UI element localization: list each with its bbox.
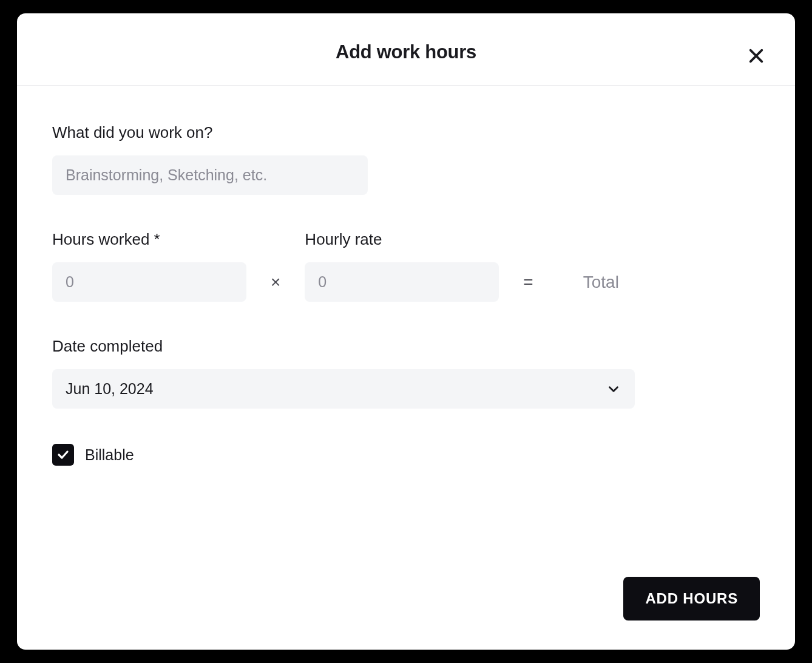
hours-input[interactable]	[52, 262, 246, 302]
multiply-symbol: ×	[246, 273, 305, 292]
close-button[interactable]	[744, 44, 768, 68]
check-icon	[56, 447, 70, 462]
hours-label: Hours worked *	[52, 230, 246, 249]
total-label: Total	[583, 273, 619, 292]
add-hours-button[interactable]: ADD HOURS	[623, 577, 760, 620]
work-label: What did you work on?	[52, 123, 760, 142]
date-label: Date completed	[52, 337, 760, 356]
rate-column: Hourly rate	[305, 230, 499, 302]
modal-title: Add work hours	[336, 41, 476, 63]
billable-row: Billable	[52, 444, 760, 466]
date-section: Date completed Jun 10, 2024	[52, 337, 760, 409]
equals-symbol: =	[499, 273, 557, 292]
close-icon	[746, 46, 766, 66]
date-value: Jun 10, 2024	[66, 380, 154, 398]
work-input[interactable]	[52, 155, 368, 195]
hours-rate-section: Hours worked * × Hourly rate = Total	[52, 230, 760, 302]
work-section: What did you work on?	[52, 123, 760, 195]
rate-input[interactable]	[305, 262, 499, 302]
billable-checkbox[interactable]	[52, 444, 74, 466]
modal-header: Add work hours	[17, 13, 795, 86]
modal-footer: ADD HOURS	[17, 577, 795, 650]
rate-label: Hourly rate	[305, 230, 499, 249]
add-work-hours-modal: Add work hours What did you work on? Hou…	[17, 13, 795, 650]
modal-body: What did you work on? Hours worked * × H…	[17, 86, 795, 577]
hours-column: Hours worked *	[52, 230, 246, 302]
date-select[interactable]: Jun 10, 2024	[52, 369, 635, 409]
chevron-down-icon	[606, 381, 621, 397]
billable-label: Billable	[85, 446, 134, 464]
